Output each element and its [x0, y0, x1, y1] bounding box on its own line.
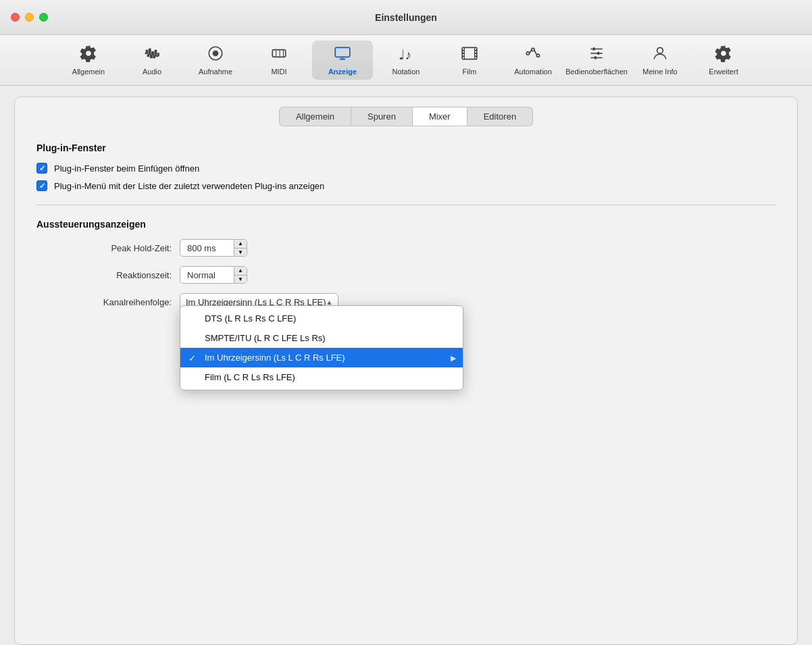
gear-advanced-icon [715, 45, 732, 65]
gear-icon [80, 45, 97, 65]
spinner-down-button[interactable]: ▼ [234, 249, 247, 257]
plugin-fenster-title: Plug-in-Fenster [36, 143, 776, 153]
toolbar-label-automation: Automation [514, 68, 552, 76]
kanalreihenfolge-row: Kanalreihenfolge: Im Uhrzeigersinn (Ls L… [36, 293, 776, 311]
svg-point-17 [526, 52, 529, 55]
reaktionszeit-up-button[interactable]: ▲ [234, 267, 247, 276]
aussteuerung-title: Aussteuerungsanzeigen [36, 219, 776, 230]
tab-editoren[interactable]: Editoren [467, 107, 533, 126]
peak-hold-value: 800 ms [180, 240, 234, 256]
toolbar-label-film: Film [463, 68, 477, 76]
toolbar-item-audio[interactable]: Audio [122, 41, 182, 80]
waveform-icon [143, 45, 161, 65]
toolbar-label-erweitert: Erweitert [709, 68, 738, 76]
checkbox-row-2: Plug-in-Menü mit der Liste der zuletzt v… [36, 180, 776, 191]
toolbar-item-erweitert[interactable]: Erweitert [693, 41, 754, 80]
toolbar-item-notation[interactable]: ♩♪ Notation [376, 41, 436, 80]
notation-icon: ♩♪ [397, 45, 415, 65]
peak-hold-label: Peak Hold-Zeit: [36, 243, 172, 253]
svg-point-26 [657, 47, 663, 53]
checkbox-label-1: Plug-in-Fenster beim Einfügen öffnen [54, 163, 199, 174]
toolbar-label-anzeige: Anzeige [328, 68, 357, 76]
svg-text:♩♪: ♩♪ [399, 47, 411, 62]
titlebar: Einstellungen [0, 0, 812, 35]
toolbar-label-bedienoberflaechen: Bedienoberflächen [565, 68, 628, 76]
svg-point-27 [722, 52, 725, 55]
svg-rect-23 [593, 47, 595, 50]
toolbar-item-anzeige[interactable]: Anzeige [312, 41, 373, 80]
svg-rect-6 [335, 47, 350, 57]
kanalreihenfolge-label: Kanalreihenfolge: [36, 297, 172, 307]
dropdown-popup: DTS (L R Ls Rs C LFE) SMPTE/ITU (L R C L… [180, 305, 463, 390]
toolbar-item-aufnahme[interactable]: Aufnahme [185, 41, 246, 80]
dropdown-item-film[interactable]: Film (L C R Ls Rs LFE) [180, 367, 463, 387]
peak-hold-arrows: ▲ ▼ [234, 240, 247, 256]
checkmark-icon: ✓ [188, 353, 196, 363]
toolbar-item-film[interactable]: Film [439, 41, 500, 80]
toolbar-label-allgemein: Allgemein [72, 68, 105, 76]
window-controls [11, 13, 48, 22]
record-icon [207, 45, 224, 65]
chevron-up-icon: ▲ [326, 299, 333, 306]
peak-hold-row: Peak Hold-Zeit: 800 ms ▲ ▼ [36, 239, 776, 257]
display-icon [334, 45, 351, 65]
tab-spuren[interactable]: Spuren [351, 107, 413, 126]
tab-mixer[interactable]: Mixer [413, 107, 467, 126]
main-panel: Allgemein Spuren Mixer Editoren Plug-in-… [14, 97, 798, 645]
reaktionszeit-row: Reaktionszeit: Normal ▲ ▼ [36, 266, 776, 284]
svg-rect-24 [597, 52, 599, 55]
sliders-icon [588, 45, 605, 65]
toolbar-item-bedienoberflaechen[interactable]: Bedienoberflächen [566, 41, 627, 80]
reaktionszeit-spinner[interactable]: Normal ▲ ▼ [180, 266, 247, 284]
toolbar-label-midi: MIDI [271, 68, 286, 76]
cursor-indicator: ▶ [451, 353, 456, 362]
svg-rect-25 [594, 56, 597, 59]
dropdown-item-smpte[interactable]: SMPTE/ITU (L R C LFE Ls Rs) [180, 328, 463, 348]
section-divider [36, 205, 776, 205]
toolbar: Allgemein Audio Aufnahme MIDI Anzeige ♩♪… [0, 35, 812, 86]
checkbox-plugin-menu[interactable] [36, 180, 47, 191]
toolbar-label-audio: Audio [143, 68, 161, 76]
peak-hold-spinner[interactable]: 800 ms ▲ ▼ [180, 239, 247, 257]
toolbar-item-allgemein[interactable]: Allgemein [58, 41, 119, 80]
tab-allgemein[interactable]: Allgemein [279, 107, 351, 126]
close-button[interactable] [11, 13, 20, 22]
tab-bar: Allgemein Spuren Mixer Editoren [15, 97, 797, 126]
minimize-button[interactable] [25, 13, 34, 22]
midi-icon [270, 45, 288, 65]
person-icon [651, 45, 669, 65]
checkbox-plugin-open[interactable] [36, 163, 47, 174]
checkbox-row-1: Plug-in-Fenster beim Einfügen öffnen [36, 163, 776, 174]
toolbar-item-midi[interactable]: MIDI [249, 41, 309, 80]
reaktionszeit-value: Normal [180, 267, 234, 283]
toolbar-label-aufnahme: Aufnahme [199, 68, 232, 76]
reaktionszeit-label: Reaktionszeit: [36, 270, 172, 280]
dropdown-item-clockwise[interactable]: ✓ Im Uhrzeigersinn (Ls L C R Rs LFE) ▶ [180, 348, 463, 367]
automation-icon [524, 45, 542, 65]
svg-point-1 [213, 51, 219, 57]
film-icon [461, 45, 478, 65]
toolbar-label-notation: Notation [392, 68, 420, 76]
content-area: Plug-in-Fenster Plug-in-Fenster beim Ein… [15, 126, 797, 644]
toolbar-item-automation[interactable]: Automation [503, 41, 563, 80]
reaktionszeit-arrows: ▲ ▼ [234, 267, 247, 283]
reaktionszeit-down-button[interactable]: ▼ [234, 276, 247, 284]
toolbar-label-meineinfo: Meine Info [642, 68, 677, 76]
toolbar-item-meineinfo[interactable]: Meine Info [630, 41, 690, 80]
window-title: Einstellungen [375, 12, 437, 23]
maximize-button[interactable] [39, 13, 48, 22]
checkbox-label-2: Plug-in-Menü mit der Liste der zuletzt v… [54, 181, 324, 191]
spinner-up-button[interactable]: ▲ [234, 240, 247, 249]
dropdown-item-dts[interactable]: DTS (L R Ls Rs C LFE) [180, 309, 463, 328]
